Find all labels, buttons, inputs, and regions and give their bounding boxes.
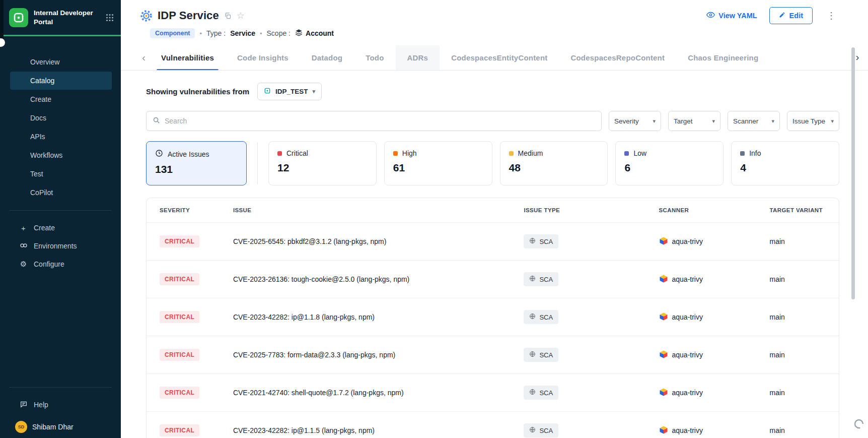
- issue-type-chip: SCA: [524, 272, 558, 286]
- table-row[interactable]: CRITICAL CVE-2021-42740: shell-quote@1.7…: [147, 373, 839, 411]
- target-cell: main: [770, 351, 839, 359]
- sidebar-action-configure[interactable]: ⚙ Configure: [0, 255, 121, 273]
- pencil-icon: [779, 12, 785, 20]
- search-icon: [153, 116, 160, 126]
- eye-icon: [706, 11, 715, 21]
- tab-vulnerabilities[interactable]: Vulnerabilities: [150, 45, 226, 71]
- tab-label: Todo: [366, 53, 384, 62]
- sidebar-item-test[interactable]: Test: [10, 165, 112, 183]
- chevron-right-icon: ›: [856, 51, 859, 64]
- active-issues-card[interactable]: Active Issues 131: [146, 141, 247, 185]
- entity-kind-chip[interactable]: Component: [150, 28, 195, 38]
- sidebar-action-create[interactable]: + Create: [0, 219, 121, 237]
- tab-label: ADRs: [407, 53, 428, 62]
- issue-cell: CVE-2023-26136: tough-cookie@2.5.0 (lang…: [233, 275, 524, 283]
- tab-chaos-engineering[interactable]: Chaos Engineering: [676, 45, 770, 71]
- medium-card[interactable]: Medium 48: [500, 141, 608, 185]
- tab-codespaces-entity-content[interactable]: CodespacesEntityContent: [440, 45, 559, 71]
- table-row[interactable]: CRITICAL CVE-2025-7783: form-data@2.3.3 …: [147, 336, 839, 373]
- action-label: Configure: [34, 260, 64, 268]
- edit-button[interactable]: Edit: [769, 7, 813, 24]
- scanner-filter[interactable]: Scanner ▾: [728, 111, 780, 131]
- target-cell: main: [770, 237, 839, 245]
- copy-icon[interactable]: [224, 12, 232, 20]
- vulnerabilities-table: SEVERITY ISSUE ISSUE TYPE SCANNER TARGET…: [146, 198, 839, 438]
- action-label: Environments: [34, 242, 77, 250]
- scanner-label: aqua-trivy: [672, 351, 703, 359]
- user-menu[interactable]: SD Shibam Dhar: [0, 421, 121, 433]
- tab-adrs[interactable]: ADRs: [396, 45, 440, 71]
- vertical-scrollbar[interactable]: [851, 47, 855, 299]
- filter-label: Severity: [614, 117, 639, 125]
- table-row[interactable]: CRITICAL CVE-2023-42282: ip@1.1.8 (lang-…: [147, 298, 839, 336]
- info-card[interactable]: Info 4: [731, 141, 839, 185]
- table-row[interactable]: CRITICAL CVE-2025-6545: pbkdf2@3.1.2 (la…: [147, 222, 839, 260]
- favorite-star-icon[interactable]: ☆: [237, 11, 245, 20]
- tabs-scroll-right-icon[interactable]: ›: [847, 45, 868, 70]
- tab-label: Chaos Engineering: [688, 53, 758, 62]
- critical-dot: [277, 151, 282, 156]
- tab-code-insights[interactable]: Code Insights: [226, 45, 300, 71]
- scanner-label: aqua-trivy: [672, 313, 703, 321]
- sidebar-item-catalog[interactable]: Catalog: [10, 72, 112, 90]
- sidebar-item-create[interactable]: Create: [10, 90, 112, 108]
- tab-datadog[interactable]: Datadog: [300, 45, 354, 71]
- stat-value: 4: [740, 162, 830, 174]
- sidebar-item-docs[interactable]: Docs: [10, 109, 112, 127]
- stat-label: Medium: [518, 149, 543, 157]
- severity-filter[interactable]: Severity ▾: [609, 111, 661, 131]
- sidebar-item-copilot[interactable]: CoPilot: [10, 183, 112, 202]
- tab-todo[interactable]: Todo: [354, 45, 395, 71]
- filter-label: Issue Type: [792, 117, 825, 125]
- sidebar-item-overview[interactable]: Overview: [10, 53, 112, 71]
- trivy-cube-icon: [659, 274, 668, 285]
- apps-grid-icon[interactable]: [106, 14, 114, 22]
- sidebar-action-environments[interactable]: Environments: [0, 237, 121, 255]
- table-row[interactable]: CRITICAL CVE-2023-26136: tough-cookie@2.…: [147, 260, 839, 298]
- scanner-label: aqua-trivy: [672, 389, 703, 397]
- nav-label: Test: [30, 170, 43, 178]
- low-card[interactable]: Low 6: [615, 141, 724, 185]
- stat-value: 61: [393, 162, 483, 174]
- issue-cell: CVE-2021-42740: shell-quote@1.7.2 (lang-…: [233, 389, 524, 397]
- target-filter[interactable]: Target ▾: [668, 111, 720, 131]
- sca-web-icon: [529, 351, 536, 359]
- app-logo[interactable]: [9, 8, 28, 27]
- sidebar-rail: [0, 0, 4, 44]
- nav-label: Docs: [30, 114, 46, 122]
- sidebar-item-workflows[interactable]: Workflows: [10, 146, 112, 164]
- logo-icon: [13, 12, 24, 23]
- sidebar-item-apis[interactable]: APIs: [10, 128, 112, 146]
- high-dot: [393, 151, 398, 156]
- more-options-icon[interactable]: ⋮: [825, 10, 838, 21]
- critical-card[interactable]: Critical 12: [268, 141, 377, 185]
- stat-value: 131: [155, 163, 238, 175]
- issue-type-label: SCA: [539, 389, 553, 397]
- stat-label: Critical: [286, 149, 308, 157]
- stat-label: High: [402, 149, 417, 157]
- tabs-scroll-left-icon[interactable]: ‹: [142, 52, 150, 64]
- environments-icon: [19, 241, 28, 251]
- high-card[interactable]: High 61: [384, 141, 492, 185]
- source-dropdown[interactable]: IDP_TEST ▾: [257, 83, 322, 100]
- view-yaml-button[interactable]: View YAML: [706, 11, 757, 21]
- tab-codespaces-repo-content[interactable]: CodespacesRepoContent: [559, 45, 676, 71]
- sca-web-icon: [529, 389, 536, 397]
- issue-type-label: SCA: [539, 238, 553, 245]
- entity-meta: Component • Type : Service • Scope : Acc…: [140, 27, 838, 39]
- help-button[interactable]: Help: [0, 396, 121, 414]
- action-label: Create: [34, 224, 55, 232]
- stat-value: 48: [509, 162, 599, 174]
- info-dot: [740, 151, 745, 156]
- scanner-label: aqua-trivy: [672, 275, 703, 283]
- issue-type-filter[interactable]: Issue Type ▾: [787, 111, 839, 131]
- search-bar: [146, 111, 602, 131]
- issue-type-chip: SCA: [524, 310, 558, 324]
- search-input[interactable]: [165, 117, 595, 125]
- scanner-label: aqua-trivy: [672, 237, 703, 245]
- active-issues-icon: [155, 149, 163, 159]
- help-widget-icon[interactable]: [853, 418, 865, 432]
- scanner-label: aqua-trivy: [672, 426, 703, 434]
- brand-title: Internal Developer Portal: [34, 9, 93, 26]
- table-row[interactable]: CRITICAL CVE-2023-42282: ip@1.1.5 (lang-…: [147, 411, 839, 438]
